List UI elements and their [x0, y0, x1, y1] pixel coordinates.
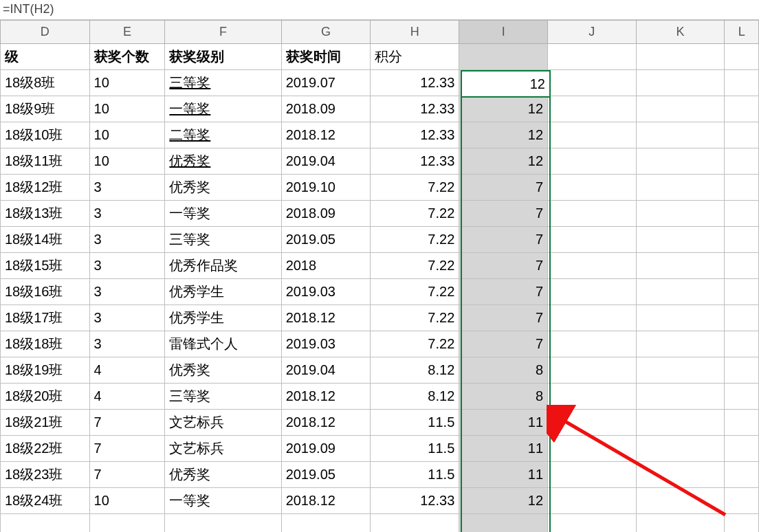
cell-count[interactable]: 3: [89, 201, 165, 227]
cell-count[interactable]: 3: [89, 227, 165, 253]
cell-blank[interactable]: [725, 357, 759, 384]
cell-int[interactable]: 12: [459, 96, 548, 122]
header-int[interactable]: [459, 44, 548, 70]
cell-blank[interactable]: [636, 148, 725, 175]
cell-class[interactable]: 18级13班: [1, 201, 90, 227]
col-header-K[interactable]: K: [636, 21, 725, 44]
cell-time[interactable]: 2018.12: [281, 488, 371, 514]
header-level[interactable]: 获奖级别: [165, 44, 281, 70]
cell-class[interactable]: 18级15班: [1, 253, 90, 279]
cell-time[interactable]: [281, 514, 371, 533]
cell-score[interactable]: 11.5: [371, 410, 459, 436]
cell-level[interactable]: 优秀奖: [165, 462, 281, 488]
cell-level[interactable]: 一等奖: [165, 201, 281, 227]
cell-count[interactable]: [89, 514, 165, 533]
cell-blank[interactable]: [548, 436, 637, 462]
col-header-L[interactable]: L: [725, 21, 759, 44]
col-header-G[interactable]: G: [281, 21, 371, 44]
cell-blank[interactable]: [636, 253, 725, 279]
cell-blank[interactable]: [725, 148, 759, 175]
cell-score[interactable]: 12.33: [371, 488, 459, 514]
col-header-I[interactable]: I: [459, 21, 548, 44]
cell-blank[interactable]: [636, 305, 725, 331]
cell-blank[interactable]: [636, 96, 725, 122]
cell-time[interactable]: 2018.09: [281, 201, 371, 227]
cell-class[interactable]: 18级22班: [1, 436, 90, 462]
cell-blank[interactable]: [636, 462, 725, 488]
header-class[interactable]: 级: [1, 44, 90, 70]
cell-blank[interactable]: [548, 175, 637, 201]
header-time[interactable]: 获奖时间: [281, 44, 371, 70]
cell-score[interactable]: 11.5: [371, 462, 459, 488]
cell-score[interactable]: 12.33: [371, 122, 459, 148]
cell-blank[interactable]: [636, 488, 725, 514]
cell-level[interactable]: 一等奖: [165, 488, 281, 514]
header-score[interactable]: 积分: [371, 44, 459, 70]
cell-blank[interactable]: [725, 96, 759, 122]
cell-blank[interactable]: [725, 227, 759, 253]
cell-blank[interactable]: [636, 384, 725, 410]
col-header-H[interactable]: H: [371, 21, 459, 44]
cell-blank[interactable]: [725, 122, 759, 148]
cell-score[interactable]: 7.22: [371, 279, 459, 305]
cell-score[interactable]: 7.22: [371, 305, 459, 331]
cell-int[interactable]: 12: [459, 122, 548, 148]
cell-count[interactable]: 7: [89, 436, 165, 462]
cell-blank[interactable]: [636, 44, 725, 70]
spreadsheet-grid[interactable]: D E F G H I J K L 级 获奖个数 获奖级别 获奖时间 积分 18…: [0, 20, 759, 532]
cell-blank[interactable]: [725, 279, 759, 305]
cell-level[interactable]: 优秀奖: [165, 357, 281, 384]
header-count[interactable]: 获奖个数: [89, 44, 165, 70]
cell-int[interactable]: 7: [459, 279, 548, 305]
cell-score[interactable]: 8.12: [371, 357, 459, 384]
cell-time[interactable]: 2019.04: [281, 357, 371, 384]
cell-level[interactable]: 优秀学生: [165, 279, 281, 305]
cell-int[interactable]: 12: [459, 148, 548, 175]
cell-int[interactable]: 7: [459, 253, 548, 279]
cell-blank[interactable]: [636, 357, 725, 384]
cell-score[interactable]: 7.22: [371, 175, 459, 201]
cell-blank[interactable]: [548, 279, 637, 305]
cell-count[interactable]: 7: [89, 410, 165, 436]
cell-int[interactable]: 7: [459, 331, 548, 357]
cell-time[interactable]: 2019.05: [281, 227, 371, 253]
cell-score[interactable]: 7.22: [371, 201, 459, 227]
cell-level[interactable]: [165, 514, 281, 533]
cell-int[interactable]: 12: [459, 488, 548, 514]
cell-blank[interactable]: [725, 410, 759, 436]
cell-int[interactable]: 7: [459, 175, 548, 201]
cell-class[interactable]: 18级8班: [1, 70, 90, 96]
cell-class[interactable]: 18级11班: [1, 148, 90, 175]
cell-blank[interactable]: [725, 462, 759, 488]
cell-blank[interactable]: [548, 410, 637, 436]
cell-blank[interactable]: [548, 227, 637, 253]
cell-blank[interactable]: [548, 253, 637, 279]
cell-level[interactable]: 文艺标兵: [165, 436, 281, 462]
cell-count[interactable]: 3: [89, 253, 165, 279]
cell-class[interactable]: 18级23班: [1, 462, 90, 488]
cell-level[interactable]: 雷锋式个人: [165, 331, 281, 357]
cell-score[interactable]: 7.22: [371, 253, 459, 279]
cell-blank[interactable]: [725, 70, 759, 96]
cell-class[interactable]: 18级20班: [1, 384, 90, 410]
cell-count[interactable]: 10: [89, 96, 165, 122]
cell-blank[interactable]: [548, 148, 637, 175]
cell-time[interactable]: 2019.05: [281, 462, 371, 488]
cell-class[interactable]: 18级12班: [1, 175, 90, 201]
cell-score[interactable]: 11.5: [371, 436, 459, 462]
cell-count[interactable]: 10: [89, 148, 165, 175]
cell-score[interactable]: 8.12: [371, 384, 459, 410]
cell-blank[interactable]: [548, 70, 637, 96]
col-header-J[interactable]: J: [548, 21, 637, 44]
cell-level[interactable]: 一等奖: [165, 96, 281, 122]
cell-blank[interactable]: [636, 122, 725, 148]
cell-score[interactable]: 12.33: [371, 96, 459, 122]
cell-blank[interactable]: [636, 514, 725, 533]
cell-time[interactable]: 2019.03: [281, 331, 371, 357]
cell-blank[interactable]: [636, 436, 725, 462]
cell-int[interactable]: 7: [459, 201, 548, 227]
cell-class[interactable]: 18级21班: [1, 410, 90, 436]
cell-blank[interactable]: [725, 175, 759, 201]
col-header-F[interactable]: F: [165, 21, 281, 44]
cell-time[interactable]: 2018.09: [281, 96, 371, 122]
